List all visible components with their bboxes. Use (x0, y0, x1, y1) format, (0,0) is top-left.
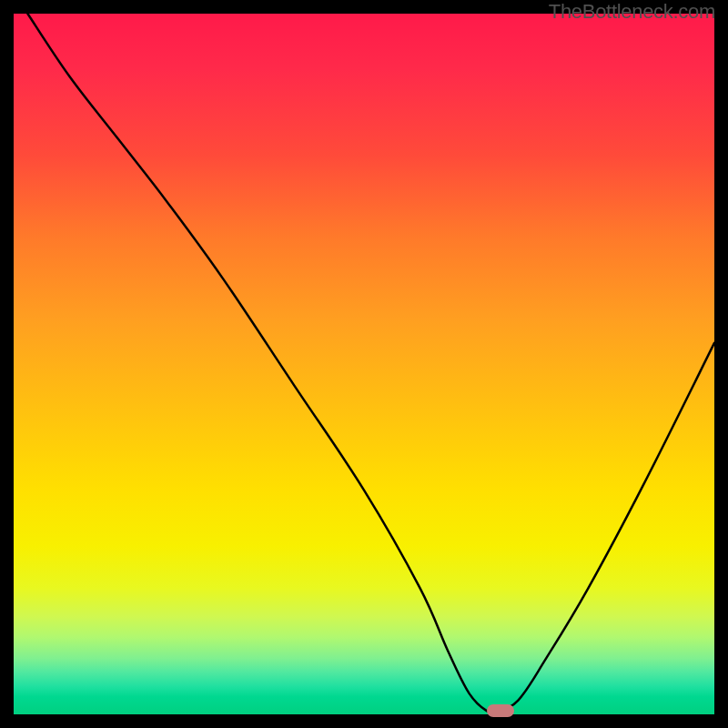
bottleneck-curve (14, 14, 714, 714)
chart-frame: TheBottleneck.com (0, 0, 728, 728)
optimum-marker (487, 704, 514, 717)
watermark-text: TheBottleneck.com (549, 0, 715, 24)
